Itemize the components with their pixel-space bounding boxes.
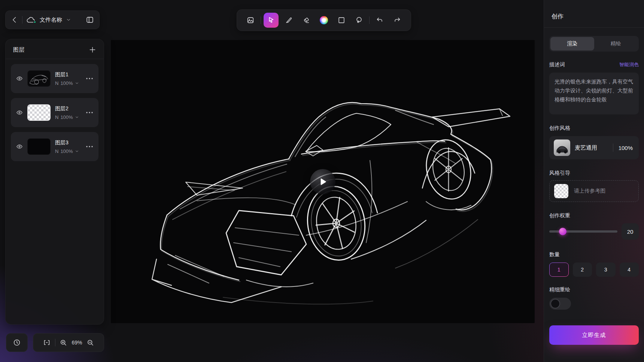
history-button-box [6,333,28,352]
redo-button[interactable] [390,13,405,28]
layer-info: 图层2 N 100% [55,105,79,120]
layers-title: 图层 [13,46,24,53]
zoom-level[interactable]: 69% [72,340,82,346]
layer-row-1[interactable]: 图层1 N 100% [11,64,98,93]
panel-toggle-button[interactable] [86,16,94,24]
more-icon [86,77,93,80]
layer-more-button[interactable] [86,77,93,80]
fine-redraw-toggle[interactable] [549,298,571,310]
more-icon [86,145,93,148]
layer-blend-opacity[interactable]: N 100% [55,80,79,86]
style-strength[interactable]: 100% [619,145,633,151]
quantity-label: 数量 [549,251,639,258]
layer-opacity: 100% [60,80,73,86]
quantity-option-1[interactable]: 1 [549,263,569,277]
lasso-tool-icon [355,16,363,24]
fine-redraw-label: 精细重绘 [549,286,639,293]
blend-mode: N [55,80,58,86]
layer-opacity: 100% [60,148,73,154]
zoom-out-button[interactable] [86,339,94,347]
lasso-tool-button[interactable] [352,13,367,28]
eye-icon [16,75,23,82]
add-layer-button[interactable] [89,46,96,53]
color-picker-button[interactable] [316,13,331,28]
more-icon [86,111,93,114]
image-tool-icon [246,16,255,24]
layer-visibility-button[interactable] [16,75,23,82]
pointer-tool-button[interactable] [264,13,279,28]
fit-width-icon [43,338,51,347]
eraser-tool-button[interactable] [299,13,314,28]
layer-info: 图层3 N 100% [55,139,79,154]
layer-blend-opacity[interactable]: N 100% [55,148,79,154]
layer-name: 图层3 [55,139,79,146]
file-name[interactable]: 文件名称 [40,16,62,24]
tab-render[interactable]: 渲染 [550,37,594,50]
reference-placeholder-text: 请上传参考图 [574,188,605,194]
zoom-in-icon [60,339,67,347]
divider [613,144,613,152]
chevron-down-icon[interactable] [66,17,71,22]
play-button[interactable] [310,169,335,194]
undo-button[interactable] [372,13,387,28]
canvas[interactable] [111,40,535,323]
quantity-option-2[interactable]: 2 [573,263,592,277]
add-icon [89,46,96,53]
chevron-down-icon [75,81,79,85]
divider [6,59,104,59]
panel-toggle-icon [86,16,94,24]
brush-tool-button[interactable] [281,13,296,28]
layer-more-button[interactable] [86,111,93,114]
chevron-down-icon [75,149,79,153]
back-icon [11,16,18,24]
cloud-sync-icon [26,16,36,24]
redo-icon [393,16,401,24]
layer-more-button[interactable] [86,145,93,148]
layer-thumbnail-car [27,70,51,87]
eraser-tool-icon [302,16,310,24]
style-thumbnail [554,139,570,156]
tools-toolbar [237,9,411,31]
style-label: 创作风格 [549,125,639,132]
rectangle-tool-button[interactable] [334,13,349,28]
smart-enhance-link[interactable]: 智能润色 [619,61,639,68]
quantity-option-4[interactable]: 4 [620,263,639,277]
image-tool-button[interactable] [243,13,258,28]
style-selector[interactable]: 麦艺通用 100% [549,136,639,159]
reference-upload-box[interactable]: 请上传参考图 [549,180,639,202]
quantity-option-3[interactable]: 3 [596,263,616,277]
layer-visibility-button[interactable] [16,109,23,116]
back-button[interactable] [11,16,18,24]
style-guide-label: 风格引导 [549,170,639,177]
fit-width-button[interactable] [43,338,51,347]
layer-blend-opacity[interactable]: N 100% [55,114,79,120]
layer-visibility-button[interactable] [16,143,23,150]
layer-row-3[interactable]: 图层3 N 100% [11,132,98,161]
sync-status-dot [33,21,36,24]
creation-panel: 创作 渲染 精绘 描述词 智能润色 光滑的银色未来派跑车，具有空气动力学设计、尖… [544,0,644,362]
prompt-input[interactable]: 光滑的银色未来派跑车，具有空气动力学设计、尖锐的前灯、大型前格栅和独特的合金轮毂 [549,73,639,114]
generate-button[interactable]: 立即生成 [549,325,639,345]
undo-icon [376,16,384,24]
weight-value[interactable]: 20 [622,223,639,240]
file-bar: 文件名称 [5,10,100,29]
weight-slider[interactable] [549,228,617,235]
eye-icon [16,109,23,116]
reference-placeholder-thumb [554,184,568,198]
layers-header: 图层 [6,39,104,59]
slider-knob[interactable] [559,228,566,235]
history-button[interactable] [13,338,21,347]
layers-panel: 图层 图层1 N 100% [5,39,104,325]
toggle-knob [550,299,560,309]
zoom-in-button[interactable] [60,339,67,347]
quantity-options: 1 2 3 4 [549,263,639,277]
mode-tabs: 渲染 精绘 [549,36,639,52]
prompt-header: 描述词 智能润色 [549,61,639,68]
zoom-out-icon [86,339,94,347]
color-picker-icon [320,16,328,24]
panel-title: 创作 [544,0,644,27]
tab-refine[interactable]: 精绘 [594,37,638,50]
chevron-down-icon [75,115,79,119]
weight-label: 创作权重 [549,212,639,219]
layer-row-2[interactable]: 图层2 N 100% [11,98,98,127]
